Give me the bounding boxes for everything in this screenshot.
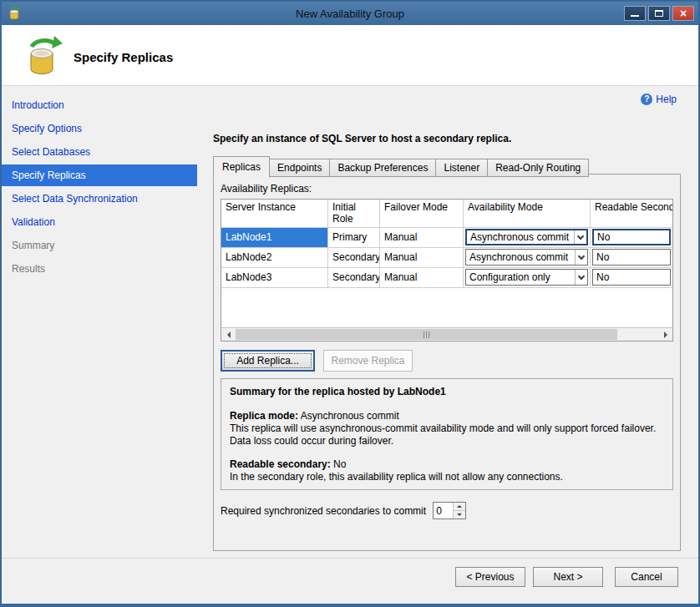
wizard-steps-sidebar: Introduction Specify Options Select Data…: [2, 87, 197, 558]
column-header-failover-mode[interactable]: Failover Mode: [380, 200, 464, 228]
grid-header-row: Server Instance Initial Role Failover Mo…: [221, 200, 672, 228]
next-button[interactable]: Next >: [533, 567, 603, 587]
scroll-right-button[interactable]: [659, 328, 672, 341]
sidebar-item-results: Results: [2, 258, 197, 280]
table-row: LabNode2 Secondary Manual Asynchronous c…: [221, 248, 672, 268]
required-secondaries-spinner: [433, 502, 466, 519]
availability-mode-dropdown[interactable]: Configuration only: [465, 269, 588, 286]
summary-title: Summary for the replica hosted by LabNod…: [230, 386, 664, 398]
maximize-icon: [655, 10, 663, 17]
scroll-left-button[interactable]: [221, 328, 235, 341]
arrow-up-icon: [457, 503, 462, 508]
wizard-header: Specify Replicas: [2, 25, 698, 86]
cell-failover-mode[interactable]: Manual: [380, 248, 464, 268]
scrollbar-track[interactable]: [235, 328, 659, 341]
required-secondaries-label: Required synchronized secondaries to com…: [221, 505, 426, 517]
main-content: ? Help Specify an instance of SQL Server…: [197, 87, 698, 558]
remove-replica-button[interactable]: Remove Replica: [323, 350, 413, 372]
sidebar-item-select-databases[interactable]: Select Databases: [2, 141, 197, 163]
replica-summary-panel: Summary for the replica hosted by LabNod…: [221, 378, 673, 490]
cell-failover-mode[interactable]: Manual: [380, 228, 464, 248]
close-button[interactable]: ×: [672, 6, 694, 21]
tab-backup-preferences[interactable]: Backup Preferences: [329, 159, 436, 177]
replica-mode-value: Asynchronous commit: [298, 410, 399, 422]
minimize-icon: [631, 15, 639, 17]
summary-readable-secondary: Readable secondary: No In the secondary …: [230, 458, 664, 483]
scrollbar-grip-icon: [426, 331, 427, 338]
column-header-availability-mode[interactable]: Availability Mode: [464, 200, 591, 228]
chevron-down-icon[interactable]: [574, 230, 586, 244]
sidebar-item-introduction[interactable]: Introduction: [2, 94, 197, 116]
close-icon: ×: [680, 8, 687, 19]
sidebar-item-summary: Summary: [2, 235, 197, 256]
spinner-up-button[interactable]: [454, 503, 465, 511]
readable-secondary-label: Readable secondary:: [230, 458, 331, 470]
tab-read-only-routing[interactable]: Read-Only Routing: [487, 159, 589, 177]
cell-initial-role[interactable]: Secondary: [328, 248, 380, 268]
cell-server-instance[interactable]: LabNode3: [221, 268, 328, 288]
arrow-down-icon: [457, 513, 462, 518]
new-availability-group-window: New Availability Group × Specify Replica…: [0, 0, 700, 607]
sidebar-item-specify-options[interactable]: Specify Options: [2, 118, 197, 139]
tab-listener[interactable]: Listener: [435, 159, 488, 177]
availability-replicas-label: Availability Replicas:: [221, 183, 673, 195]
column-header-readable-secondary[interactable]: Readable Secondary: [591, 200, 672, 228]
replica-mode-label: Replica mode:: [230, 410, 298, 422]
tab-strip: Replicas Endpoints Backup Preferences Li…: [213, 156, 588, 177]
readable-secondary-description: In the secondary role, this availability…: [230, 471, 563, 483]
window-title: New Availability Group: [2, 8, 698, 20]
grid-empty-area: [221, 288, 672, 327]
replicas-tab-panel: Availability Replicas: Server Instance I…: [213, 174, 681, 551]
add-replica-button[interactable]: Add Replica...: [221, 350, 315, 372]
required-secondaries-row: Required synchronized secondaries to com…: [221, 502, 673, 519]
help-label: Help: [656, 94, 677, 105]
cell-failover-mode[interactable]: Manual: [380, 268, 464, 288]
scrollbar-thumb[interactable]: [236, 329, 617, 340]
required-secondaries-input[interactable]: [434, 503, 453, 518]
readable-secondary-value: No: [331, 458, 347, 470]
cancel-button[interactable]: Cancel: [615, 567, 678, 587]
availability-mode-dropdown[interactable]: Asynchronous commit: [465, 229, 588, 245]
arrow-right-icon: [664, 331, 671, 338]
horizontal-scrollbar: [221, 327, 672, 341]
tab-replicas[interactable]: Replicas: [213, 156, 270, 178]
tab-endpoints[interactable]: Endpoints: [269, 159, 330, 177]
cell-initial-role[interactable]: Primary: [328, 228, 380, 248]
replica-mode-description: This replica will use asynchronous-commi…: [230, 422, 656, 447]
sidebar-item-specify-replicas[interactable]: Specify Replicas: [2, 164, 197, 186]
readable-secondary-dropdown[interactable]: No: [592, 229, 671, 245]
footer-bar: < Previous Next > Cancel: [2, 558, 698, 604]
table-row: LabNode1 Primary Manual Asynchronous com…: [221, 228, 672, 248]
spinner-down-button[interactable]: [454, 511, 465, 518]
column-header-initial-role[interactable]: Initial Role: [328, 200, 380, 228]
minimize-button[interactable]: [624, 6, 646, 21]
maximize-button[interactable]: [648, 6, 670, 21]
table-row: LabNode3 Secondary Manual Configuration …: [221, 268, 672, 288]
column-header-server-instance[interactable]: Server Instance: [221, 200, 328, 228]
database-refresh-icon: [23, 33, 65, 78]
readable-secondary-dropdown[interactable]: No: [592, 269, 671, 286]
availability-mode-dropdown[interactable]: Asynchronous commit: [465, 249, 588, 266]
chevron-down-icon[interactable]: [575, 250, 587, 265]
summary-replica-mode: Replica mode: Asynchronous commit This r…: [230, 410, 664, 448]
sidebar-item-select-data-synchronization[interactable]: Select Data Synchronization: [2, 188, 197, 210]
help-link[interactable]: ? Help: [641, 94, 677, 105]
sidebar-item-validation[interactable]: Validation: [2, 211, 197, 233]
cell-initial-role[interactable]: Secondary: [328, 268, 380, 288]
cell-server-instance[interactable]: LabNode1: [221, 228, 328, 248]
help-icon: ?: [641, 94, 652, 105]
previous-button[interactable]: < Previous: [455, 567, 525, 587]
page-title: Specify Replicas: [74, 50, 173, 64]
cell-server-instance[interactable]: LabNode2: [221, 248, 328, 268]
readable-secondary-dropdown[interactable]: No: [592, 249, 671, 266]
availability-replicas-grid: Server Instance Initial Role Failover Mo…: [221, 199, 673, 341]
chevron-down-icon[interactable]: [575, 270, 587, 285]
instruction-text: Specify an instance of SQL Server to hos…: [213, 133, 511, 144]
arrow-left-icon: [224, 331, 231, 338]
titlebar: New Availability Group ×: [2, 2, 698, 25]
